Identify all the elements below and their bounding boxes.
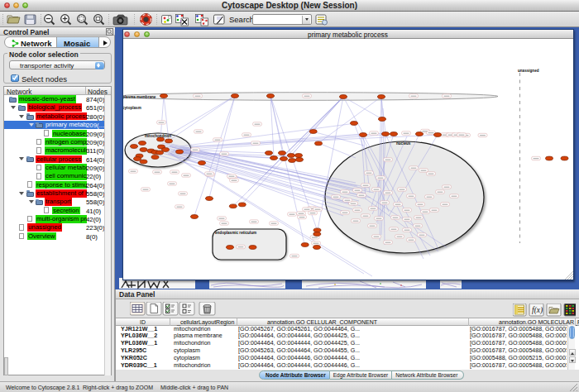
svg-text:endoplasmic reticulum: endoplasmic reticulum (215, 231, 256, 235)
svg-text:unassigned: unassigned (518, 69, 539, 73)
svg-text:nucleus: nucleus (396, 141, 411, 145)
svg-text:cytoplasm: cytoplasm (122, 106, 141, 110)
svg-text:f(x): f(x) (532, 306, 543, 315)
svg-text:plasma membrane: plasma membrane (122, 94, 156, 98)
svg-text:mitochondrion: mitochondrion (145, 134, 171, 138)
